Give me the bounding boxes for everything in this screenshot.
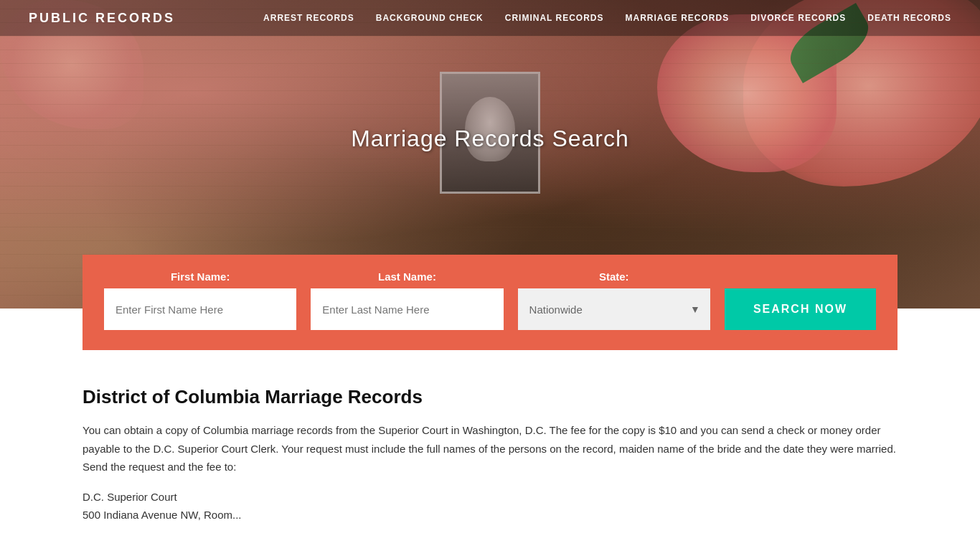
- address-block: D.C. Superior Court 500 Indiana Avenue N…: [83, 488, 897, 524]
- last-name-field: Last Name:: [311, 270, 503, 330]
- nav-death-records[interactable]: DEATH RECORDS: [867, 13, 951, 23]
- nav-marriage-records[interactable]: MARRIAGE RECORDS: [626, 13, 730, 23]
- site-header: PUBLIC RECORDS ARREST RECORDS BACKGROUND…: [0, 0, 980, 36]
- nav-divorce-records[interactable]: DIVORCE RECORDS: [750, 13, 846, 23]
- last-name-label: Last Name:: [311, 270, 503, 283]
- main-content: District of Columbia Marriage Records Yo…: [0, 350, 980, 551]
- state-field: State: NationwideAlabamaAlaskaArizonaArk…: [518, 270, 710, 330]
- state-label: State:: [518, 270, 710, 283]
- content-heading: District of Columbia Marriage Records: [83, 386, 897, 408]
- last-name-input[interactable]: [311, 288, 503, 330]
- state-select[interactable]: NationwideAlabamaAlaskaArizonaArkansasCa…: [518, 288, 710, 330]
- address-line-2: 500 Indiana Avenue NW, Room...: [83, 506, 897, 524]
- hero-title: Marriage Records Search: [0, 126, 980, 152]
- nav-background-check[interactable]: BACKGROUND CHECK: [376, 13, 484, 23]
- main-nav: ARREST RECORDS BACKGROUND CHECK CRIMINAL…: [263, 13, 951, 23]
- search-fields-container: First Name: Last Name: State: Nationwide…: [104, 270, 876, 330]
- first-name-input[interactable]: [104, 288, 296, 330]
- address-line-1: D.C. Superior Court: [83, 488, 897, 507]
- first-name-label: First Name:: [104, 270, 296, 283]
- first-name-field: First Name:: [104, 270, 296, 330]
- state-select-wrapper: NationwideAlabamaAlaskaArizonaArkansasCa…: [518, 288, 710, 330]
- search-now-button[interactable]: SEARCH NOW: [725, 288, 876, 330]
- content-paragraph: You can obtain a copy of Columbia marria…: [83, 421, 897, 476]
- search-bar: First Name: Last Name: State: Nationwide…: [83, 255, 897, 350]
- nav-arrest-records[interactable]: ARREST RECORDS: [263, 13, 354, 23]
- site-logo[interactable]: PUBLIC RECORDS: [29, 11, 175, 26]
- nav-criminal-records[interactable]: CRIMINAL RECORDS: [505, 13, 604, 23]
